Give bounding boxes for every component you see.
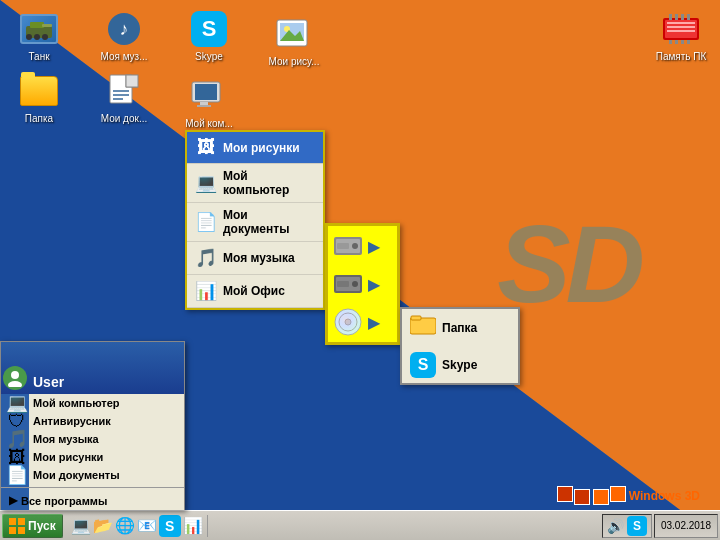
pictures-icon-label: Мои рису... <box>269 56 320 68</box>
sub-computer-label: Мой компьютер <box>223 169 315 197</box>
start-button[interactable]: Пуск <box>2 514 63 538</box>
sub2-item-hdd2[interactable]: ▶ <box>332 268 393 300</box>
music-icon-label: Моя муз... <box>100 51 147 63</box>
sub2-item-hdd1[interactable]: ▶ <box>332 230 393 262</box>
desktop-icon-tank[interactable]: Танк <box>5 5 73 67</box>
tank-icon <box>19 9 59 49</box>
sm-docs-icon: 📄 <box>5 464 29 486</box>
taskbar-icon-4[interactable]: 📧 <box>137 516 157 535</box>
taskbar-icon-3[interactable]: 🌐 <box>115 516 135 535</box>
music-icon: ♪ <box>104 9 144 49</box>
sub-item-computer[interactable]: 💻 Мой компьютер <box>187 164 323 203</box>
skype-icon-label: Skype <box>195 51 223 63</box>
taskbar-icon-5[interactable]: 📊 <box>183 516 203 535</box>
sub-item-office[interactable]: 📊 Мой Офис <box>187 275 323 308</box>
taskbar-icon-2[interactable]: 📂 <box>93 516 113 535</box>
sub-item-pictures[interactable]: 🖼 Мои рисунки <box>187 132 323 164</box>
svg-point-40 <box>352 281 358 287</box>
desktop-icon-pictures[interactable]: Мои рису... <box>260 10 328 72</box>
desktop-icon-memory[interactable]: Память ПК <box>647 5 715 67</box>
sub-pictures-icon: 🖼 <box>195 137 217 158</box>
svg-point-4 <box>34 34 40 40</box>
desktop-icon-computer[interactable]: Мой ком... <box>175 72 243 134</box>
tray-skype-icon[interactable]: S <box>627 516 647 536</box>
sub-docs-icon: 📄 <box>195 211 217 233</box>
sub3-item-folder[interactable]: Папка <box>402 309 518 347</box>
svg-point-45 <box>335 309 361 335</box>
svg-rect-28 <box>669 40 672 44</box>
sub3-skype-label: Skype <box>442 358 477 372</box>
svg-rect-24 <box>669 14 672 20</box>
sm-antivirus-label: Антивирусник <box>33 415 111 427</box>
computer-icon <box>189 76 229 116</box>
docs-icon <box>104 71 144 111</box>
svg-rect-52 <box>18 527 25 534</box>
svg-rect-37 <box>337 243 349 249</box>
sub-item-docs[interactable]: 📄 Мои документы <box>187 203 323 242</box>
taskbar: Пуск 💻 📂 🌐 📧 S 📊 🔊 S 03.02.2018 <box>0 510 720 540</box>
taskbar-skype-icon[interactable]: S <box>159 515 181 537</box>
docs-icon-label: Мои док... <box>101 113 147 125</box>
start-label: Пуск <box>28 519 56 533</box>
svg-rect-21 <box>667 22 695 24</box>
svg-rect-27 <box>687 14 690 20</box>
sm-all-programs-label: Все программы <box>21 495 107 507</box>
submenu-1: 🖼 Мои рисунки 💻 Мой компьютер 📄 Мои доку… <box>185 130 325 310</box>
start-menu: User 💻 Мой компьютер 🛡 Антивирусник 🎵 Мо… <box>0 341 185 510</box>
sub2-arrow-3: ▶ <box>368 313 380 332</box>
svg-point-32 <box>11 371 19 379</box>
tray-volume-icon[interactable]: 🔊 <box>607 518 624 534</box>
sub-item-music[interactable]: 🎵 Моя музыка <box>187 242 323 275</box>
svg-point-3 <box>26 34 32 40</box>
folder-icon <box>19 71 59 111</box>
sub3-item-skype[interactable]: S Skype <box>402 347 518 383</box>
svg-rect-25 <box>675 14 678 20</box>
svg-rect-41 <box>337 281 349 287</box>
svg-rect-30 <box>681 40 684 44</box>
taskbar-clock: 03.02.2018 <box>654 514 718 538</box>
sm-item-music[interactable]: 🎵 Моя музыка <box>1 430 184 448</box>
computer-icon-label: Мой ком... <box>185 118 233 130</box>
svg-rect-23 <box>667 30 695 32</box>
sm-all-programs[interactable]: ▶ Все программы <box>1 491 184 510</box>
taskbar-icon-1[interactable]: 💻 <box>71 516 91 535</box>
start-logo-icon <box>9 518 25 534</box>
svg-rect-29 <box>675 40 678 44</box>
folder-icon-label: Папка <box>25 113 53 125</box>
taskbar-items: 💻 📂 🌐 📧 S 📊 <box>65 515 602 537</box>
svg-rect-22 <box>667 26 695 28</box>
user-name: User <box>33 374 64 390</box>
tank-icon-label: Танк <box>28 51 49 63</box>
desktop-icon-folder[interactable]: Папка <box>5 67 73 129</box>
sub2-item-cd[interactable]: ▶ <box>332 306 393 338</box>
start-menu-header: User <box>1 342 184 394</box>
pictures-icon <box>274 14 314 54</box>
taskbar-tray: 🔊 S <box>602 514 652 538</box>
desktop-icon-docs[interactable]: Мои док... <box>90 67 158 129</box>
sub3-folder-icon <box>410 314 436 342</box>
desktop-icon-skype[interactable]: S Skype <box>175 5 243 67</box>
svg-point-33 <box>8 381 22 387</box>
desktop: SD Windows 3D <box>0 0 720 540</box>
svg-rect-2 <box>42 24 52 27</box>
sub-docs-label: Мои документы <box>223 208 315 236</box>
sm-item-computer[interactable]: 💻 Мой компьютер <box>1 394 184 412</box>
win3d-pane <box>557 486 590 505</box>
sm-item-docs[interactable]: 📄 Мои документы <box>1 466 184 484</box>
sub-office-label: Мой Офис <box>223 284 285 298</box>
sm-music-label: Моя музыка <box>33 433 99 445</box>
svg-rect-13 <box>200 102 208 105</box>
svg-rect-51 <box>9 527 16 534</box>
sub2-arrow-2: ▶ <box>368 275 380 294</box>
sub2-arrow-1: ▶ <box>368 237 380 256</box>
skype-desktop-icon: S <box>189 9 229 49</box>
sub-music-label: Моя музыка <box>223 251 295 265</box>
svg-rect-7 <box>126 75 138 87</box>
submenu-2: ▶ ▶ <box>325 223 400 345</box>
start-menu-body: 💻 Мой компьютер 🛡 Антивирусник 🎵 Моя муз… <box>1 394 184 510</box>
win3d-logo: Windows 3D <box>557 486 700 505</box>
svg-rect-12 <box>195 84 217 100</box>
sm-separator <box>1 487 184 488</box>
svg-rect-26 <box>681 14 684 20</box>
desktop-icon-music[interactable]: ♪ Моя муз... <box>90 5 158 67</box>
